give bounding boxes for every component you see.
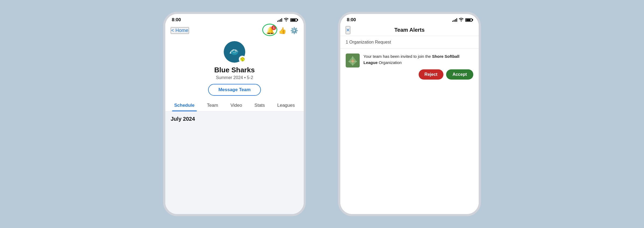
tab-schedule[interactable]: Schedule: [172, 99, 197, 111]
tab-team[interactable]: Team: [205, 99, 220, 111]
alerts-title: Team Alerts: [346, 27, 473, 33]
tab-video[interactable]: Video: [228, 99, 244, 111]
nav-bar-1: < Home 🔔 1 👍 ⚙️: [165, 24, 304, 37]
team-meta: Summer 2024 • 5-2: [216, 75, 253, 80]
schedule-content: July 2024: [165, 112, 304, 214]
org-request-item: Your team has been invited to join the S…: [340, 49, 479, 84]
status-bar-2: 8:00: [340, 14, 479, 24]
org-thumbnail: [346, 54, 360, 67]
org-request-header: 1 Organization Request: [340, 36, 479, 49]
org-content: Your team has been invited to join the S…: [363, 54, 473, 80]
phone-2: 8:00 × Team Alerts: [338, 12, 481, 216]
reject-button[interactable]: Reject: [419, 69, 443, 80]
svg-point-3: [235, 51, 236, 51]
gear-icon[interactable]: ⚙️: [290, 27, 298, 34]
alerts-empty-space: [340, 84, 479, 214]
signal-icon-2: [452, 18, 457, 22]
close-button[interactable]: ×: [346, 26, 350, 34]
svg-point-1: [231, 50, 238, 55]
notification-button[interactable]: 🔔 1: [266, 26, 275, 35]
org-message: Your team has been invited to join the S…: [363, 54, 473, 66]
phone-2-screen: 8:00 × Team Alerts: [340, 14, 479, 214]
alerts-nav-bar: × Team Alerts: [340, 24, 479, 36]
status-bar-1: 8:00: [165, 14, 304, 24]
schedule-month: July 2024: [171, 116, 298, 122]
status-time-2: 8:00: [347, 17, 356, 23]
org-image: [346, 54, 360, 67]
battery-icon-2: [465, 18, 472, 22]
phone-1-screen: 8:00 < Home 🔔: [165, 14, 304, 214]
sport-badge: 🥎: [239, 56, 246, 63]
wifi-icon-1: [284, 18, 289, 22]
tabs-bar: Schedule Team Video Stats Leagues: [165, 99, 304, 112]
tab-stats[interactable]: Stats: [252, 99, 267, 111]
wifi-icon-2: [459, 18, 464, 22]
back-button[interactable]: < Home: [171, 27, 189, 34]
team-name: Blue Sharks: [214, 66, 255, 74]
status-icons-2: [452, 18, 472, 22]
team-profile: 🥎 Blue Sharks Summer 2024 • 5-2 Message …: [165, 37, 304, 99]
phone-1: 8:00 < Home 🔔: [163, 12, 306, 216]
notification-badge: 1: [271, 25, 276, 30]
status-icons-1: [277, 18, 297, 22]
team-avatar: 🥎: [224, 41, 245, 63]
message-team-button[interactable]: Message Team: [208, 84, 261, 96]
signal-icon-1: [277, 18, 282, 22]
nav-right-icons: 🔔 1 👍 ⚙️: [266, 26, 298, 35]
accept-button[interactable]: Accept: [446, 69, 473, 80]
thumbs-up-icon[interactable]: 👍: [278, 27, 286, 34]
action-buttons: Reject Accept: [363, 69, 473, 80]
battery-icon-1: [290, 18, 297, 22]
status-time-1: 8:00: [172, 17, 181, 23]
tab-leagues[interactable]: Leagues: [275, 99, 297, 111]
